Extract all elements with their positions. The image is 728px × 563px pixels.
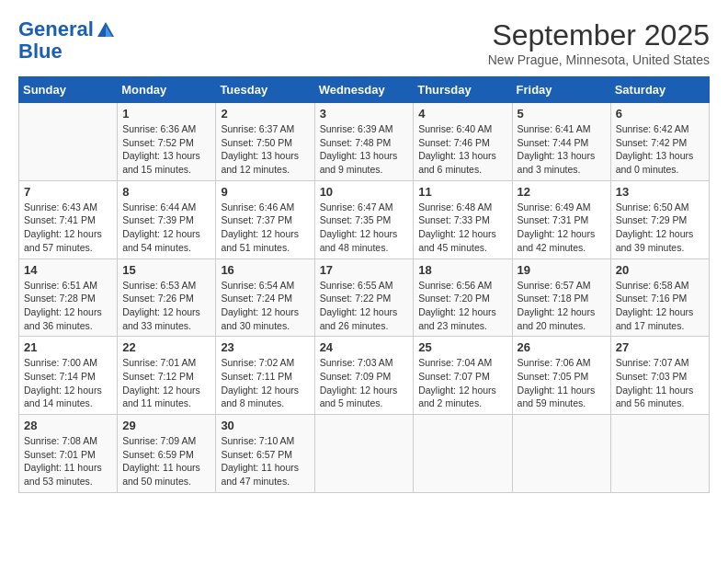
calendar-cell: 5Sunrise: 6:41 AM Sunset: 7:44 PM Daylig… xyxy=(512,103,610,181)
week-row-5: 28Sunrise: 7:08 AM Sunset: 7:01 PM Dayli… xyxy=(19,415,710,493)
day-number: 14 xyxy=(24,263,112,277)
calendar-cell: 11Sunrise: 6:48 AM Sunset: 7:33 PM Dayli… xyxy=(414,180,512,259)
calendar-cell: 4Sunrise: 6:40 AM Sunset: 7:46 PM Daylig… xyxy=(414,103,512,181)
day-content: Sunrise: 7:10 AM Sunset: 6:57 PM Dayligh… xyxy=(221,434,309,488)
day-number: 15 xyxy=(122,263,210,277)
header-sunday: Sunday xyxy=(19,77,118,103)
day-number: 21 xyxy=(24,340,112,354)
calendar-cell xyxy=(19,103,118,181)
calendar-cell: 18Sunrise: 6:56 AM Sunset: 7:20 PM Dayli… xyxy=(414,259,512,337)
calendar-cell: 10Sunrise: 6:47 AM Sunset: 7:35 PM Dayli… xyxy=(314,180,414,259)
day-content: Sunrise: 6:58 AM Sunset: 7:16 PM Dayligh… xyxy=(616,279,704,333)
day-content: Sunrise: 7:09 AM Sunset: 6:59 PM Dayligh… xyxy=(122,434,210,488)
calendar-cell xyxy=(512,415,610,493)
day-content: Sunrise: 6:47 AM Sunset: 7:35 PM Dayligh… xyxy=(320,201,409,255)
calendar-cell: 28Sunrise: 7:08 AM Sunset: 7:01 PM Dayli… xyxy=(19,415,118,493)
day-number: 25 xyxy=(418,340,506,354)
day-number: 13 xyxy=(616,185,704,199)
week-row-1: 1Sunrise: 6:36 AM Sunset: 7:52 PM Daylig… xyxy=(19,103,710,181)
calendar-cell: 22Sunrise: 7:01 AM Sunset: 7:12 PM Dayli… xyxy=(118,337,216,415)
calendar-cell: 12Sunrise: 6:49 AM Sunset: 7:31 PM Dayli… xyxy=(512,180,610,259)
header-monday: Monday xyxy=(118,77,216,103)
calendar-cell: 23Sunrise: 7:02 AM Sunset: 7:11 PM Dayli… xyxy=(216,337,314,415)
day-content: Sunrise: 6:55 AM Sunset: 7:22 PM Dayligh… xyxy=(320,279,409,333)
logo-blue: Blue xyxy=(18,40,116,63)
calendar-header-row: SundayMondayTuesdayWednesdayThursdayFrid… xyxy=(19,77,710,103)
day-number: 29 xyxy=(122,419,210,432)
calendar-cell: 29Sunrise: 7:09 AM Sunset: 6:59 PM Dayli… xyxy=(118,415,216,493)
day-content: Sunrise: 7:00 AM Sunset: 7:14 PM Dayligh… xyxy=(24,356,112,410)
header-tuesday: Tuesday xyxy=(216,77,314,103)
day-number: 19 xyxy=(518,263,606,277)
day-number: 3 xyxy=(320,107,409,121)
day-number: 16 xyxy=(221,263,309,277)
day-number: 9 xyxy=(221,185,309,199)
logo: General Blue xyxy=(18,18,116,63)
calendar-cell: 25Sunrise: 7:04 AM Sunset: 7:07 PM Dayli… xyxy=(414,337,512,415)
day-content: Sunrise: 7:06 AM Sunset: 7:05 PM Dayligh… xyxy=(518,356,606,410)
day-content: Sunrise: 6:54 AM Sunset: 7:24 PM Dayligh… xyxy=(221,279,309,333)
day-content: Sunrise: 6:39 AM Sunset: 7:48 PM Dayligh… xyxy=(320,122,409,177)
calendar-cell: 26Sunrise: 7:06 AM Sunset: 7:05 PM Dayli… xyxy=(512,337,610,415)
calendar-cell: 30Sunrise: 7:10 AM Sunset: 6:57 PM Dayli… xyxy=(216,415,314,493)
day-number: 6 xyxy=(616,107,704,121)
calendar-cell: 7Sunrise: 6:43 AM Sunset: 7:41 PM Daylig… xyxy=(19,180,118,259)
day-number: 24 xyxy=(320,340,409,354)
page-header: General Blue September 2025 New Prague, … xyxy=(18,18,710,67)
calendar-cell: 21Sunrise: 7:00 AM Sunset: 7:14 PM Dayli… xyxy=(19,337,118,415)
title-block: September 2025 New Prague, Minnesota, Un… xyxy=(488,18,710,67)
week-row-3: 14Sunrise: 6:51 AM Sunset: 7:28 PM Dayli… xyxy=(19,259,710,337)
calendar-cell xyxy=(314,415,414,493)
calendar-cell: 27Sunrise: 7:07 AM Sunset: 7:03 PM Dayli… xyxy=(610,337,709,415)
day-number: 20 xyxy=(616,263,704,277)
day-content: Sunrise: 7:07 AM Sunset: 7:03 PM Dayligh… xyxy=(616,356,704,410)
calendar-table: SundayMondayTuesdayWednesdayThursdayFrid… xyxy=(18,76,710,493)
day-content: Sunrise: 6:56 AM Sunset: 7:20 PM Dayligh… xyxy=(418,279,506,333)
day-number: 12 xyxy=(518,185,606,199)
day-number: 27 xyxy=(616,340,704,354)
day-content: Sunrise: 6:49 AM Sunset: 7:31 PM Dayligh… xyxy=(518,201,606,255)
header-friday: Friday xyxy=(512,77,610,103)
day-number: 10 xyxy=(320,185,409,199)
day-content: Sunrise: 6:40 AM Sunset: 7:46 PM Dayligh… xyxy=(418,122,506,177)
day-number: 18 xyxy=(418,263,506,277)
day-content: Sunrise: 7:03 AM Sunset: 7:09 PM Dayligh… xyxy=(320,356,409,410)
week-row-4: 21Sunrise: 7:00 AM Sunset: 7:14 PM Dayli… xyxy=(19,337,710,415)
calendar-cell: 2Sunrise: 6:37 AM Sunset: 7:50 PM Daylig… xyxy=(216,103,314,181)
month-title: September 2025 xyxy=(488,18,710,52)
day-content: Sunrise: 6:57 AM Sunset: 7:18 PM Dayligh… xyxy=(518,279,606,333)
header-wednesday: Wednesday xyxy=(314,77,414,103)
day-number: 23 xyxy=(221,340,309,354)
calendar-cell: 9Sunrise: 6:46 AM Sunset: 7:37 PM Daylig… xyxy=(216,180,314,259)
day-number: 5 xyxy=(518,107,606,121)
day-content: Sunrise: 7:04 AM Sunset: 7:07 PM Dayligh… xyxy=(418,356,506,410)
calendar-cell: 20Sunrise: 6:58 AM Sunset: 7:16 PM Dayli… xyxy=(610,259,709,337)
day-content: Sunrise: 6:41 AM Sunset: 7:44 PM Dayligh… xyxy=(518,122,606,177)
logo-text: General xyxy=(18,18,116,40)
day-content: Sunrise: 7:01 AM Sunset: 7:12 PM Dayligh… xyxy=(122,356,210,410)
header-saturday: Saturday xyxy=(610,77,709,103)
header-thursday: Thursday xyxy=(414,77,512,103)
day-content: Sunrise: 6:43 AM Sunset: 7:41 PM Dayligh… xyxy=(24,201,112,255)
calendar-cell xyxy=(414,415,512,493)
day-content: Sunrise: 6:53 AM Sunset: 7:26 PM Dayligh… xyxy=(122,279,210,333)
calendar-cell: 8Sunrise: 6:44 AM Sunset: 7:39 PM Daylig… xyxy=(118,180,216,259)
day-number: 2 xyxy=(221,107,309,121)
day-number: 26 xyxy=(518,340,606,354)
day-number: 7 xyxy=(24,185,112,199)
calendar-cell: 13Sunrise: 6:50 AM Sunset: 7:29 PM Dayli… xyxy=(610,180,709,259)
day-content: Sunrise: 6:42 AM Sunset: 7:42 PM Dayligh… xyxy=(616,122,704,177)
calendar-cell: 1Sunrise: 6:36 AM Sunset: 7:52 PM Daylig… xyxy=(118,103,216,181)
day-content: Sunrise: 6:48 AM Sunset: 7:33 PM Dayligh… xyxy=(418,201,506,255)
day-content: Sunrise: 6:37 AM Sunset: 7:50 PM Dayligh… xyxy=(221,122,309,177)
day-content: Sunrise: 7:08 AM Sunset: 7:01 PM Dayligh… xyxy=(24,434,112,488)
location: New Prague, Minnesota, United States xyxy=(488,52,710,67)
day-number: 8 xyxy=(122,185,210,199)
day-content: Sunrise: 6:51 AM Sunset: 7:28 PM Dayligh… xyxy=(24,279,112,333)
day-content: Sunrise: 7:02 AM Sunset: 7:11 PM Dayligh… xyxy=(221,356,309,410)
day-number: 11 xyxy=(418,185,506,199)
day-content: Sunrise: 6:44 AM Sunset: 7:39 PM Dayligh… xyxy=(122,201,210,255)
day-content: Sunrise: 6:36 AM Sunset: 7:52 PM Dayligh… xyxy=(122,122,210,177)
day-number: 17 xyxy=(320,263,409,277)
day-number: 22 xyxy=(122,340,210,354)
